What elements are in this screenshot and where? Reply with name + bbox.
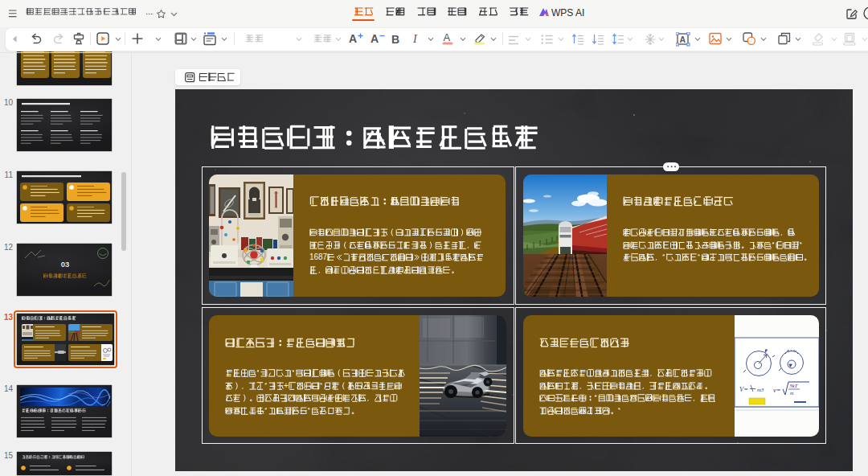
svg-text:A: A — [680, 35, 686, 44]
svg-text:A: A — [371, 32, 379, 45]
svg-text:V=: V= — [739, 385, 748, 393]
svg-text:v=: v= — [773, 386, 781, 394]
svg-text:m3: m3 — [757, 387, 764, 393]
svg-text:v: v — [789, 362, 792, 367]
svg-text:m: m — [790, 391, 794, 396]
svg-text:7: 7 — [322, 252, 327, 261]
svg-text:+: + — [284, 381, 289, 390]
svg-text:A: A — [444, 32, 451, 43]
svg-text:3kT: 3kT — [788, 383, 799, 389]
svg-text:A: A — [349, 32, 357, 45]
